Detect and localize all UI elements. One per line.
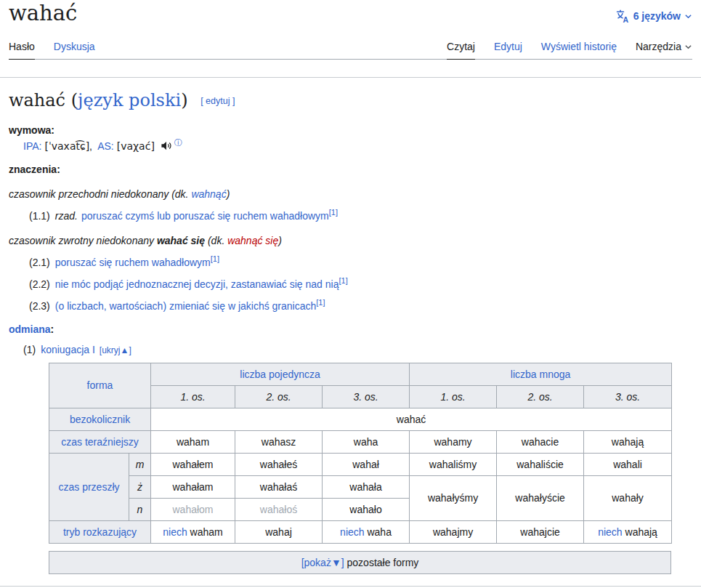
table-header-row: forma liczba pojedyncza liczba mnoga — [49, 363, 672, 385]
singular-header: liczba pojedyncza — [151, 363, 410, 385]
person-header: 1. os. — [410, 385, 497, 408]
niech-link[interactable]: niech — [598, 526, 622, 538]
wahnac-link[interactable]: wahnąć — [191, 188, 226, 200]
liczba-mnoga-link[interactable]: liczba mnoga — [511, 368, 571, 380]
wahnac-sie-redlink[interactable]: wahnąć się — [227, 235, 278, 246]
lang-paren-open: ( — [71, 90, 78, 110]
tab-wyswietl-historie[interactable]: Wyświetl historię — [541, 34, 617, 59]
definition-link[interactable]: poruszać czymś lub poruszać się ruchem w… — [81, 210, 329, 222]
czas-terazniejszy-link[interactable]: czas teraźniejszy — [61, 436, 139, 448]
reference-link[interactable]: [1] — [329, 208, 338, 217]
gender-f-cell: ż — [129, 475, 151, 498]
entry-language-link[interactable]: język polski — [78, 90, 181, 110]
tryb-rozkazujacy-link[interactable]: tryb rozkazujący — [63, 526, 137, 538]
definition-2-2: (2.2)nie móc podjąć jednoznacznej decyzj… — [29, 278, 692, 290]
infinitive-value: wahać — [151, 408, 672, 430]
tab-czytaj[interactable]: Czytaj — [447, 34, 475, 60]
form-cell: wahacie — [497, 430, 584, 453]
definition-1-1: (1.1)rzad.poruszać czymś lub poruszać si… — [29, 210, 692, 222]
form-cell: wahaj — [235, 520, 323, 543]
svg-text:A: A — [623, 15, 628, 23]
pos-text-mid: (dk. — [205, 235, 227, 246]
forma-link[interactable]: forma — [87, 379, 113, 391]
tools-label: Narzędzia — [636, 41, 681, 52]
form-cell: wahałeś — [235, 453, 323, 475]
content-divider — [0, 77, 701, 78]
entry-word: wahać — [9, 90, 65, 110]
person-header: 1. os. — [151, 385, 235, 408]
form-cell: wahasz — [235, 430, 323, 453]
reference-link[interactable]: [1] — [339, 276, 347, 285]
niech-link[interactable]: niech — [163, 526, 187, 538]
tools-menu-button[interactable]: Narzędzia — [636, 34, 692, 59]
show-button[interactable]: [pokaż▼] — [301, 557, 344, 568]
speaker-icon[interactable] — [161, 140, 171, 151]
inflection-label: odmiana: — [9, 323, 692, 335]
reference-link[interactable]: [1] — [211, 254, 219, 263]
pos-text-close: ) — [278, 235, 282, 246]
entry-heading: wahać (język polski) [ edytuj ] — [9, 89, 692, 112]
plural-header: liczba mnoga — [410, 363, 672, 385]
tabs-left: Hasło Dyskusja — [9, 34, 95, 59]
hide-button[interactable]: [ukryj▲] — [100, 345, 131, 355]
tab-dyskusja[interactable]: Dyskusja — [54, 34, 95, 59]
niech-link[interactable]: niech — [340, 526, 364, 538]
form-cell: waham — [151, 430, 235, 453]
language-selector-button[interactable]: A 6 języków — [615, 1, 692, 23]
definition-link[interactable]: (o liczbach, wartościach) zmieniać się w… — [55, 300, 316, 312]
sense-number: (2.3) — [29, 300, 50, 312]
form-cell: wahamy — [410, 430, 497, 453]
present-label-cell: czas teraźniejszy — [49, 430, 151, 453]
form-cell: wahają — [584, 430, 672, 453]
pos-text-close: ) — [227, 188, 230, 200]
language-icon: A — [615, 9, 630, 23]
definition-link[interactable]: nie móc podjąć jednoznacznej decyzji, za… — [55, 278, 339, 290]
conjugation-intro: (1)koniugacja I[ukryj▲] — [23, 344, 692, 355]
czas-przeszly-link[interactable]: czas przeszły — [58, 481, 119, 493]
form-cell: wahali — [584, 453, 672, 475]
section-edit-link[interactable]: [ edytuj ] — [200, 96, 235, 106]
definition-2-1: (2.1)poruszać się ruchem wahadłowym[1] — [29, 257, 692, 268]
pronunciation-line: IPA:[ˈvaxat͡ɕ], AS:[vaχać] ⓘ — [23, 140, 692, 152]
sense-number: (2.1) — [29, 257, 50, 268]
tab-edytuj[interactable]: Edytuj — [494, 34, 522, 59]
form-cell: wahaliście — [497, 453, 584, 475]
form-cell: wahałyśmy — [410, 475, 497, 520]
form-cell: wahał — [323, 453, 410, 475]
reference-link[interactable]: [1] — [316, 298, 325, 307]
forma-header: forma — [49, 363, 151, 408]
person-header: 2. os. — [235, 385, 323, 408]
lang-paren-close: ) — [181, 90, 187, 110]
info-icon[interactable]: ⓘ — [174, 138, 182, 147]
show-more-text: pozostałe formy — [344, 557, 419, 568]
definition-link[interactable]: poruszać się ruchem wahadłowym — [55, 257, 211, 268]
sense-number: (2.2) — [29, 278, 50, 290]
meanings-label: znaczenia: — [9, 164, 692, 175]
form-cell: niech waha — [323, 520, 410, 543]
definition-2-3: (2.3)(o liczbach, wartościach) zmieniać … — [29, 300, 692, 312]
koniugacja-link[interactable]: koniugacja I — [41, 344, 95, 355]
gender-m-cell: m — [129, 453, 151, 475]
chevron-down-icon — [684, 12, 692, 20]
form-cell: niech wahają — [584, 520, 672, 543]
bezokolicznik-link[interactable]: bezokolicznik — [70, 414, 130, 425]
page-header: wahać A 6 języków — [9, 0, 692, 25]
pos-text: czasownik zwrotny niedokonany — [9, 235, 157, 246]
form-cell: wahałyście — [497, 475, 584, 520]
pos-line-transitive: czasownik przechodni niedokonany (dk. wa… — [9, 188, 692, 200]
ipa-value: [ˈvaxat͡ɕ] — [44, 140, 89, 152]
pos-line-reflexive: czasownik zwrotny niedokonany wahać się … — [9, 235, 692, 246]
imperative-row: tryb rozkazujący niech waham wahaj niech… — [49, 520, 672, 543]
form-cell: niech waham — [151, 520, 235, 543]
odmiana-link[interactable]: odmiana — [9, 323, 51, 335]
form-cell: wahała — [323, 475, 410, 498]
article-tabbar: Hasło Dyskusja Czytaj Edytuj Wyświetl hi… — [9, 34, 692, 60]
as-link[interactable]: AS: — [97, 140, 114, 152]
form-cell: wahaliśmy — [410, 453, 497, 475]
as-value: [vaχać] — [117, 140, 155, 152]
ipa-link[interactable]: IPA: — [23, 140, 41, 152]
tab-haslo[interactable]: Hasło — [9, 34, 35, 60]
liczba-pojedyncza-link[interactable]: liczba pojedyncza — [240, 368, 320, 380]
past-feminine-row: ż wahałam wahałaś wahała wahałyśmy wahał… — [49, 475, 672, 498]
form-text: waha — [365, 526, 392, 538]
